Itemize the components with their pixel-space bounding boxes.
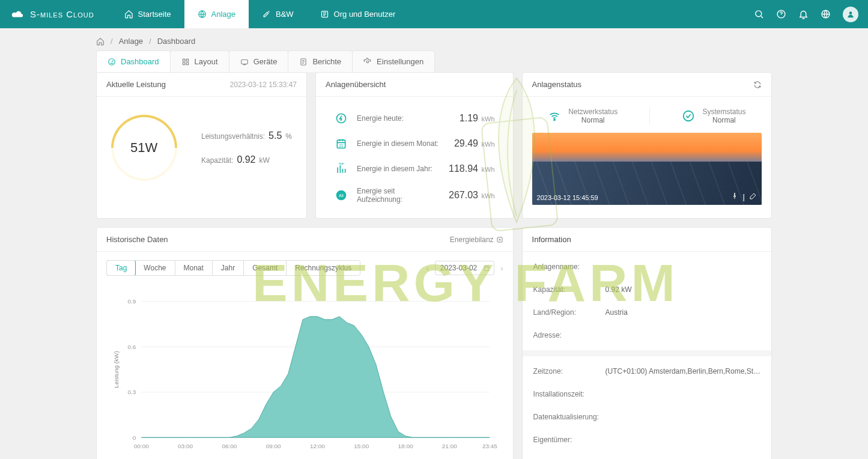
- svg-point-21: [684, 111, 694, 121]
- brand: S-miles Cloud: [0, 9, 111, 19]
- calendar-icon: [483, 264, 490, 272]
- edit-icon[interactable]: [750, 192, 757, 201]
- nav-label: Startseite: [138, 10, 171, 19]
- home-icon: [124, 10, 133, 19]
- card-information: Information Anlagenname:Kapazität:0.92 k…: [522, 227, 772, 459]
- overview-row: Energie heute: 1.19 kWh: [334, 111, 495, 126]
- layout-icon: [181, 58, 190, 66]
- devices-icon: [240, 58, 249, 66]
- timestamp: 2023-03-12 15:33:47: [230, 81, 297, 89]
- tab-layout[interactable]: Layout: [170, 50, 229, 72]
- home-icon[interactable]: [96, 37, 105, 46]
- nav-label: Anlage: [211, 10, 235, 19]
- card-title: Information: [532, 235, 571, 244]
- capacity-row: Kapazität: 0.92 kW: [201, 154, 292, 165]
- info-row: Installateur:: [523, 451, 771, 459]
- nav-org[interactable]: Org und Benutzer: [307, 0, 409, 28]
- crumb-dashboard: Dashboard: [157, 37, 196, 46]
- svg-text:09:00: 09:00: [266, 443, 281, 449]
- card-title: Anlagenübersicht: [326, 80, 386, 89]
- pin-icon[interactable]: [731, 192, 738, 201]
- crumb-anlage[interactable]: Anlage: [119, 37, 143, 46]
- range-rechnungszyklus[interactable]: Rechnungszyklus: [287, 261, 360, 275]
- search-icon[interactable]: [754, 9, 764, 19]
- svg-text:0.9: 0.9: [127, 298, 136, 305]
- page: Dashboard Layout Geräte Berichte Einstel…: [0, 50, 868, 459]
- top-nav: Startseite Anlage B&W Org und Benutzer: [111, 0, 409, 28]
- energy-balance-link[interactable]: Energiebilanz: [450, 236, 503, 244]
- range-woche[interactable]: Woche: [135, 261, 175, 275]
- info-row: Installationszeit:: [523, 383, 771, 406]
- bell-icon[interactable]: [798, 9, 809, 19]
- svg-point-20: [554, 120, 555, 121]
- svg-text:0.6: 0.6: [127, 344, 136, 350]
- check-circle-icon: [682, 109, 695, 123]
- info-row: Land/Region:Austria: [523, 301, 771, 324]
- tab-label: Einstellungen: [377, 57, 423, 66]
- org-icon: [320, 10, 329, 19]
- plant-icon: [198, 10, 207, 19]
- page-tabs: Dashboard Layout Geräte Berichte Einstel…: [96, 50, 772, 72]
- card-status: Anlagenstatus NetzwerkstatusNormal Syste…: [522, 72, 772, 219]
- nav-bw[interactable]: B&W: [249, 0, 307, 28]
- range-monat[interactable]: Monat: [175, 261, 213, 275]
- info-row: Kapazität:0.92 kW: [523, 278, 771, 301]
- nav-label: Org und Benutzer: [334, 10, 396, 19]
- svg-rect-10: [186, 62, 189, 65]
- svg-text:All: All: [339, 193, 344, 198]
- date-next[interactable]: ›: [500, 264, 503, 273]
- range-segment: TagWocheMonatJahrGesamtRechnungszyklus: [106, 260, 360, 276]
- nav-anlage[interactable]: Anlage: [184, 0, 249, 28]
- svg-text:21:00: 21:00: [442, 443, 457, 449]
- ratio-row: Leistungsverhältnis: 5.5 %: [201, 130, 292, 141]
- status-image: 2023-03-12 15:45:59 |: [532, 133, 762, 205]
- refresh-icon[interactable]: [753, 81, 762, 89]
- date-prev[interactable]: ‹: [426, 264, 429, 273]
- card-title: Historische Daten: [106, 235, 168, 244]
- svg-text:Leistung  (kW): Leistung (kW): [113, 351, 120, 388]
- cloud-icon: [11, 10, 24, 19]
- tab-label: Layout: [195, 57, 218, 66]
- range-tag[interactable]: Tag: [106, 260, 136, 276]
- energy-icon: Year: [334, 162, 348, 176]
- svg-point-2: [756, 11, 762, 17]
- svg-text:06:00: 06:00: [222, 443, 237, 449]
- tab-geraete[interactable]: Geräte: [229, 50, 289, 72]
- card-title: Anlagenstatus: [532, 80, 581, 89]
- date-picker[interactable]: 2023-03-02: [435, 261, 494, 275]
- overview-row: Year Energie in diesem Jahr: 118.94 kWh: [334, 162, 495, 176]
- cards-grid: Aktuelle Leistung 2023-03-12 15:33:47 51…: [96, 72, 772, 459]
- tab-label: Dashboard: [121, 57, 159, 66]
- brand-text: S-miles Cloud: [30, 9, 94, 19]
- svg-text:0: 0: [133, 434, 136, 441]
- svg-rect-23: [484, 266, 489, 271]
- tab-label: Berichte: [312, 57, 341, 66]
- settings-icon: [363, 58, 372, 66]
- topbar: S-miles Cloud Startseite Anlage B&W Org …: [0, 0, 868, 28]
- tab-einstellungen[interactable]: Einstellungen: [352, 50, 435, 72]
- globe-icon[interactable]: [821, 9, 831, 19]
- gauge-value: 51W: [130, 140, 157, 156]
- overview-row: 31 Energie in diesem Monat: 29.49 kWh: [334, 136, 495, 151]
- svg-text:Year: Year: [338, 163, 344, 165]
- tab-berichte[interactable]: Berichte: [288, 50, 353, 72]
- svg-rect-9: [183, 62, 185, 65]
- svg-text:18:00: 18:00: [398, 443, 413, 449]
- power-gauge: 51W: [111, 115, 177, 181]
- range-gesamt[interactable]: Gesamt: [244, 261, 287, 275]
- overview-row: All Energie seit Aufzeichnung: 267.03 kW…: [334, 187, 495, 204]
- energy-icon: 31: [334, 136, 348, 151]
- avatar[interactable]: [843, 7, 858, 22]
- svg-text:12:00: 12:00: [310, 443, 325, 449]
- svg-rect-11: [241, 59, 247, 64]
- breadcrumb: / Anlage / Dashboard: [0, 28, 868, 50]
- image-timestamp: 2023-03-12 15:45:59: [537, 194, 598, 201]
- range-jahr[interactable]: Jahr: [213, 261, 244, 275]
- info-row: Datenaktualisierung:: [523, 406, 771, 428]
- help-icon[interactable]: [776, 9, 786, 19]
- tab-dashboard[interactable]: Dashboard: [96, 50, 171, 72]
- nav-startseite[interactable]: Startseite: [111, 0, 184, 28]
- info-row: Zeitzone:(UTC+01:00) Amsterdam,Berlin,Be…: [523, 360, 771, 383]
- svg-text:03:00: 03:00: [178, 443, 193, 449]
- energy-icon: [334, 111, 348, 126]
